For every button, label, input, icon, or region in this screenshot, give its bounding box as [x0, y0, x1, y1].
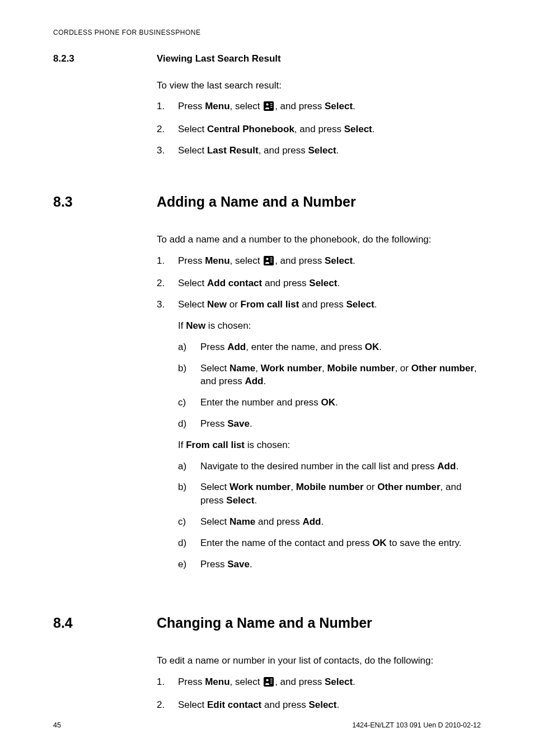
- list-marker: 2.: [157, 123, 178, 136]
- text-fragment: Press: [200, 342, 227, 352]
- list-marker: c): [178, 396, 200, 409]
- list-marker: b): [178, 362, 200, 375]
- text-fragment: , and press: [275, 676, 325, 687]
- text-fragment: Select: [178, 699, 207, 710]
- text-bold: New: [186, 320, 205, 331]
- list-item: a) Press Add, enter the name, and press …: [178, 340, 481, 354]
- list-marker: e): [178, 558, 200, 571]
- list-item-body: Press Save.: [200, 417, 481, 431]
- ordered-list: 1. Press Menu, select , and press Select…: [157, 254, 481, 579]
- text-fragment: and press: [262, 278, 309, 288]
- text-fragment: Select: [178, 145, 207, 156]
- text-bold: Select: [325, 101, 353, 111]
- list-item-body: Select Last Result, and press Select.: [178, 144, 481, 157]
- list-marker: a): [178, 460, 200, 473]
- list-marker: 3.: [157, 144, 178, 157]
- text-bold: Menu: [205, 101, 229, 111]
- text-fragment: , select: [230, 255, 263, 266]
- text-bold: Other number: [411, 363, 474, 374]
- section-8-4-heading: 8.4 Changing a Name and a Number: [53, 613, 481, 633]
- text-bold: Select: [325, 255, 353, 266]
- svg-rect-14: [270, 683, 273, 683]
- list-item-body: Press Save.: [200, 558, 481, 571]
- list-item: c) Enter the number and press OK.: [178, 396, 481, 409]
- text-fragment: .: [353, 676, 355, 687]
- list-item: e) Press Save.: [178, 558, 481, 571]
- text-bold: Edit contact: [207, 699, 261, 710]
- text-bold: Select: [226, 495, 254, 506]
- list-marker: c): [178, 515, 200, 529]
- contacts-icon: [264, 256, 274, 269]
- svg-rect-3: [270, 105, 273, 106]
- text-fragment: Press: [178, 676, 205, 687]
- svg-rect-13: [270, 681, 273, 682]
- text-fragment: .: [254, 495, 257, 506]
- svg-rect-7: [270, 258, 273, 258]
- list-item-body: Enter the number and press OK.: [200, 396, 481, 409]
- section-8-2-3-heading: 8.2.3 Viewing Last Search Result: [53, 52, 481, 66]
- intro-text: To add a name and a number to the phoneb…: [157, 233, 481, 246]
- text-fragment: or: [364, 482, 378, 492]
- text-bold: From call list: [241, 299, 299, 310]
- text-fragment: Press: [178, 255, 205, 266]
- text-fragment: Enter the name of the contact and press: [200, 538, 372, 548]
- section-number: 8.2.3: [53, 53, 74, 64]
- text-bold: Work number: [229, 482, 291, 492]
- svg-rect-10: [264, 677, 274, 687]
- list-item: d) Press Save.: [178, 417, 481, 431]
- contacts-icon: [264, 677, 274, 690]
- svg-point-1: [266, 104, 269, 106]
- alpha-list: a) Press Add, enter the name, and press …: [178, 340, 481, 431]
- text-bold: Select: [308, 145, 336, 156]
- list-marker: 2.: [157, 698, 178, 712]
- list-marker: 1.: [157, 254, 178, 268]
- text-fragment: ,: [291, 482, 296, 492]
- section-title: Changing a Name and a Number: [157, 615, 372, 631]
- text-fragment: .: [353, 255, 355, 266]
- text-fragment: If: [178, 320, 186, 331]
- list-marker: d): [178, 417, 200, 431]
- svg-rect-2: [270, 103, 273, 104]
- intro-text: To edit a name or number in your list of…: [157, 654, 481, 668]
- list-marker: 3.: [157, 298, 178, 311]
- text-fragment: , and press: [275, 101, 325, 111]
- svg-point-11: [266, 679, 269, 682]
- svg-rect-5: [264, 256, 274, 265]
- list-item-body: Navigate to the desired number in the ca…: [200, 460, 481, 473]
- text-fragment: .: [321, 516, 324, 527]
- page-footer: 45 1424-EN/LZT 103 091 Uen D 2010-02-12: [53, 721, 481, 731]
- section-title: Adding a Name and a Number: [157, 194, 356, 209]
- text-fragment: Press: [200, 418, 227, 429]
- list-item-body: Select Add contact and press Select.: [178, 277, 481, 290]
- text-fragment: .: [337, 278, 340, 288]
- list-marker: a): [178, 340, 200, 354]
- list-item: 1. Press Menu, select , and press Select…: [157, 100, 481, 115]
- intro-text: To view the last search result:: [157, 79, 481, 92]
- text-fragment: is chosen:: [245, 440, 290, 450]
- section-8-3-heading: 8.3 Adding a Name and a Number: [53, 192, 481, 212]
- list-item-body: Select New or From call list and press S…: [178, 298, 481, 578]
- list-item-body: Select Edit contact and press Select.: [178, 698, 481, 712]
- ordered-list: 1. Press Menu, select , and press Select…: [157, 100, 481, 157]
- list-item-body: Select Central Phonebook, and press Sele…: [178, 123, 481, 136]
- section-number: 8.3: [53, 194, 73, 209]
- text-fragment: .: [335, 397, 338, 408]
- text-fragment: , select: [230, 676, 263, 687]
- text-fragment: Select: [200, 482, 229, 492]
- list-marker: 1.: [157, 675, 178, 689]
- text-fragment: .: [336, 145, 339, 156]
- text-bold: Select: [346, 299, 374, 310]
- text-bold: OK: [372, 538, 387, 548]
- alpha-list: a) Navigate to the desired number in the…: [178, 460, 481, 571]
- text-fragment: Enter the number and press: [200, 397, 321, 408]
- text-bold: Last Result: [207, 145, 259, 156]
- text-fragment: .: [336, 699, 339, 710]
- doc-id: 1424-EN/LZT 103 091 Uen D 2010-02-12: [352, 721, 481, 731]
- svg-rect-0: [264, 101, 274, 111]
- text-bold: OK: [321, 397, 335, 408]
- running-header: CORDLESS PHONE FOR BUSINESSPHONE: [53, 28, 481, 38]
- section-title: Viewing Last Search Result: [157, 53, 281, 64]
- text-bold: Save: [227, 559, 250, 570]
- svg-rect-4: [270, 107, 273, 108]
- text-fragment: , enter the name, and press: [246, 342, 365, 352]
